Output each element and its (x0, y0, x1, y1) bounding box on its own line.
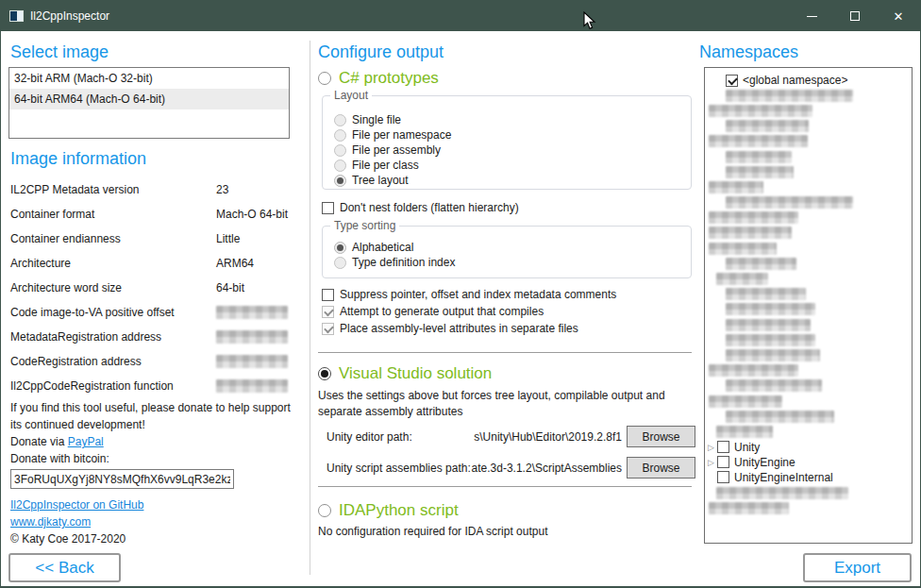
namespace-row-redacted (705, 103, 912, 118)
visual-studio-solution-radio[interactable]: Visual Studio solution (318, 364, 492, 383)
idapython-script-radio[interactable]: IDAPython script (318, 501, 459, 520)
redacted-value (216, 379, 288, 393)
github-link[interactable]: Il2CppInspector on GitHub (10, 498, 143, 512)
image-info-table: IL2CPP Metadata version23 Container form… (10, 177, 299, 398)
checkbox-icon[interactable] (726, 75, 738, 87)
checkbox-icon[interactable] (717, 456, 729, 468)
checkbox-icon[interactable] (717, 441, 729, 453)
namespace-row-redacted (705, 394, 912, 409)
bitcoin-address-input[interactable] (10, 469, 234, 489)
namespace-row-redacted (705, 409, 912, 424)
checkbox-icon[interactable] (717, 471, 729, 483)
maximize-button[interactable] (833, 1, 877, 31)
info-value: Little (216, 232, 240, 245)
info-row: Container endiannessLittle (10, 227, 299, 251)
title-bar: Il2CppInspector ✕ (1, 1, 920, 31)
checkbox-icon (322, 202, 334, 214)
vs-description: Uses the settings above but forces tree … (318, 388, 688, 420)
image-list-item[interactable]: 32-bit ARM (Mach-O 32-bit) (9, 68, 289, 89)
flatten-hierarchy-checkbox[interactable]: Don't nest folders (flatten hierarchy) (322, 201, 519, 214)
image-list-item-selected[interactable]: 64-bit ARM64 (Mach-O 64-bit) (9, 89, 289, 109)
donate-via-line: Donate via PayPal (10, 433, 299, 450)
app-window: Il2CppInspector ✕ Select image 32-bit AR… (0, 0, 921, 588)
layout-groupbox: Layout Single file File per namespace Fi… (322, 95, 692, 190)
radio-icon (334, 144, 346, 157)
namespace-row-redacted (705, 332, 912, 347)
namespace-row-redacted (705, 134, 912, 149)
namespace-row-redacted (705, 317, 912, 332)
unity-script-path-value: ate.3d-3.1.2\ScriptAssemblies (472, 462, 622, 475)
namespace-row-redacted (705, 287, 912, 302)
idapython-script-label: IDAPython script (339, 501, 459, 520)
minimize-icon (807, 16, 817, 17)
radio-icon (334, 257, 346, 269)
attempt-compile-checkbox[interactable]: Attempt to generate output that compiles (322, 305, 544, 318)
browse-script-path-button[interactable]: Browse (627, 457, 695, 479)
namespace-row-redacted (705, 179, 912, 194)
mouse-cursor (583, 11, 596, 30)
csharp-prototypes-label: C# prototypes (339, 69, 439, 88)
website-link[interactable]: www.djkaty.com (10, 515, 91, 529)
namespace-row-redacted (705, 226, 912, 241)
back-button[interactable]: << Back (8, 553, 121, 582)
namespace-row-unityengine[interactable]: ▷ UnityEngine (705, 455, 912, 470)
paypal-link[interactable]: PayPal (68, 435, 104, 448)
namespace-row-redacted (705, 195, 912, 210)
info-row: MetadataRegistration address (10, 325, 299, 349)
section-divider (318, 352, 692, 353)
image-information-heading: Image information (10, 149, 146, 169)
radio-icon (318, 504, 331, 517)
layout-option-tree-layout[interactable]: Tree layout (334, 173, 691, 188)
donate-text: If you find this tool useful, please don… (10, 399, 299, 433)
maximize-icon (850, 11, 860, 21)
info-row: IL2CPP Metadata version23 (10, 177, 299, 202)
column-divider (310, 41, 310, 575)
close-icon: ✕ (894, 10, 904, 23)
info-row: CodeRegistration address (10, 349, 299, 374)
export-button[interactable]: Export (803, 553, 912, 582)
select-image-heading: Select image (10, 42, 109, 62)
namespace-row-redacted (705, 363, 912, 378)
layout-option-file-per-namespace[interactable]: File per namespace (334, 127, 691, 143)
namespace-row-unity[interactable]: ▷ Unity (705, 440, 912, 455)
donation-section: If you find this tool useful, please don… (10, 399, 299, 489)
close-button[interactable]: ✕ (877, 1, 920, 31)
assembly-attributes-checkbox[interactable]: Place assembly-level attributes in separ… (322, 322, 578, 335)
csharp-prototypes-radio[interactable]: C# prototypes (318, 69, 439, 88)
browse-editor-path-button[interactable]: Browse (627, 426, 695, 447)
radio-icon (334, 129, 346, 142)
type-sorting-alphabetical[interactable]: Alphabetical (334, 240, 691, 255)
links-section: Il2CppInspector on GitHub www.djkaty.com… (10, 496, 143, 547)
type-sorting-groupbox: Type sorting Alphabetical Type definitio… (322, 226, 692, 278)
namespace-row-redacted (705, 119, 912, 134)
info-row: Il2CppCodeRegistration function (10, 374, 299, 398)
app-icon (9, 10, 24, 22)
radio-icon (334, 175, 346, 187)
namespace-row-redacted (705, 302, 912, 317)
namespaces-heading: Namespaces (699, 42, 798, 62)
layout-option-file-per-class[interactable]: File per class (334, 158, 691, 173)
type-sorting-group-title: Type sorting (330, 219, 399, 232)
section-divider (318, 486, 692, 487)
redacted-value (216, 330, 288, 344)
checkbox-icon (322, 289, 334, 301)
chevron-right-icon[interactable]: ▷ (705, 458, 717, 467)
redacted-namespace-rows (705, 88, 912, 439)
namespace-row-global[interactable]: <global namespace> (705, 73, 912, 88)
suppress-metadata-comments-checkbox[interactable]: Suppress pointer, offset and index metad… (322, 288, 616, 301)
namespace-row-redacted (705, 149, 912, 164)
minimize-button[interactable] (790, 1, 833, 31)
copyright-text: © Katy Coe 2017-2020 (10, 530, 143, 547)
info-value: ARM64 (216, 257, 254, 270)
unity-editor-path-value: s\Unity\Hub\Editor\2019.2.8f1 (474, 430, 622, 444)
chevron-right-icon[interactable]: ▷ (705, 443, 717, 452)
namespace-row-unityengineinternal[interactable]: UnityEngineInternal (705, 470, 912, 485)
layout-option-single-file[interactable]: Single file (334, 112, 691, 127)
namespace-row-redacted (705, 271, 912, 286)
namespace-row-redacted (705, 424, 912, 439)
unity-script-path-label: Unity script assemblies path: (327, 462, 471, 475)
layout-option-file-per-assembly[interactable]: File per assembly (334, 143, 691, 158)
namespace-row-redacted (705, 88, 912, 103)
type-sorting-definition-index[interactable]: Type definition index (334, 255, 691, 270)
unity-editor-path-label: Unity editor path: (327, 430, 412, 444)
